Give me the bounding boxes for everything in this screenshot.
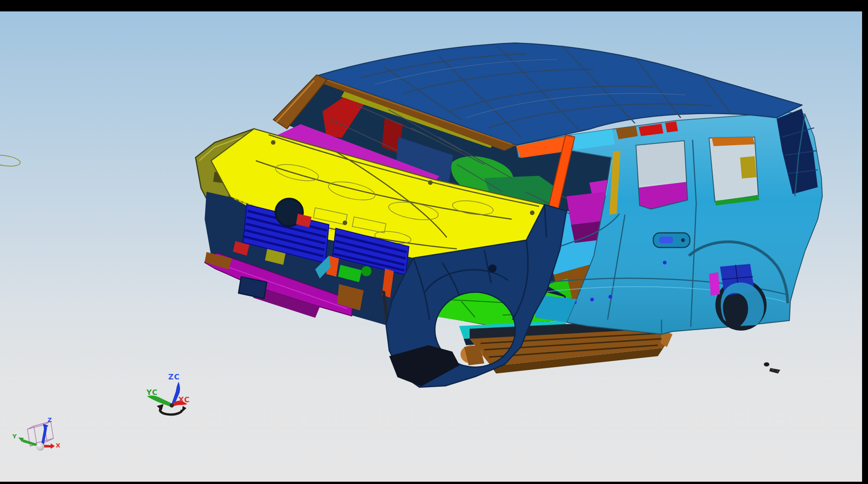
graphics-viewport[interactable]: ZC YC XC Z Y X <box>0 0 868 484</box>
orientation-ball[interactable] <box>36 442 44 451</box>
wcs-y-label[interactable]: YC <box>146 388 158 397</box>
view-y-label[interactable]: Y <box>12 433 17 440</box>
window-right-strip <box>862 0 868 484</box>
wcs-z-label[interactable]: ZC <box>168 373 180 381</box>
door-handle[interactable] <box>653 233 690 247</box>
window-top-bar <box>0 0 868 11</box>
view-z-label[interactable]: Z <box>48 416 52 423</box>
view-x-label[interactable]: X <box>56 442 60 449</box>
window-bottom-strip <box>0 482 868 484</box>
cad-application-window: ZC YC XC Z Y X <box>0 0 868 484</box>
